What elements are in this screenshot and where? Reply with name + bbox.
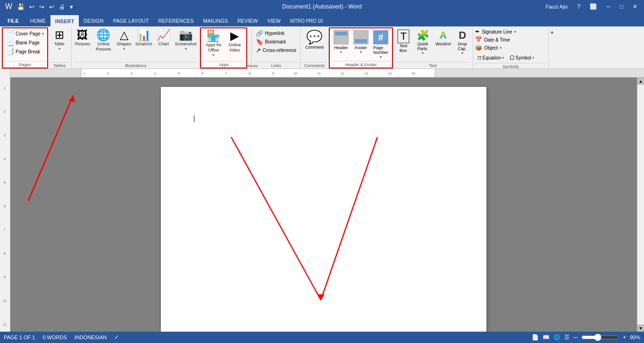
tab-mailings[interactable]: MAILINGS [199,15,233,26]
page-break-icon: 📑 [6,48,14,55]
online-video-btn[interactable]: ▶ Online Video [225,29,244,54]
redo-qat[interactable]: ↪ [38,2,46,11]
shapes-btn[interactable]: △ Shapes ▾ [115,28,133,52]
close-btn[interactable]: ✕ [630,2,640,11]
page-break-label: Page Break [16,49,40,54]
ruler-area: 1 2 3 4 5 6 7 8 9 10 11 12 13 14 15 [0,69,644,77]
svg-text:6: 6 [201,72,203,75]
view-print-icon[interactable]: 📄 [532,334,539,341]
bookmark-btn[interactable]: 🔖 Bookmark [254,38,288,46]
cover-page-arrow: ▾ [42,32,44,36]
tab-page-layout[interactable]: PAGE LAYOUT [108,15,153,26]
ruler-top: 1 2 3 4 5 6 7 8 9 10 11 12 13 14 15 [10,69,644,77]
zoom-out-btn[interactable]: ─ [573,334,577,341]
tab-review[interactable]: REVIEW [233,15,262,26]
hyperlink-btn[interactable]: 🔗 Hyperlink [254,29,286,37]
cover-page-btn[interactable]: 📄 Cover Page ▾ [5,29,45,38]
svg-marker-33 [69,95,76,102]
quick-parts-icon: 🧩 [417,29,429,42]
wordart-label: WordArt [435,42,451,46]
ribbon-group-media: Media [247,27,252,69]
ribbon-group-links: 🔗 Hyperlink 🔖 Bookmark ↗ Cross-reference… [252,27,301,69]
symbol-btn[interactable]: Ω Symbol ▾ [508,53,536,62]
save-qat[interactable]: 💾 [16,2,26,11]
header-icon [334,30,349,44]
apps-group-content: 🏪 Apps for Office ▾ ▶ Online Video [203,28,244,61]
svg-text:9: 9 [4,275,6,279]
tab-nitro[interactable]: NITRO PRO 10 [285,15,327,26]
table-btn[interactable]: ⊞ Table ▾ [50,28,69,52]
cross-reference-label: Cross-reference [262,48,296,53]
language: INDONESIAN [75,334,107,340]
ribbon-toggle[interactable]: ⬜ [587,2,600,11]
svg-rect-1 [10,69,81,77]
chart-btn[interactable]: 📈 Chart [155,28,172,48]
ribbon-collapse[interactable]: ▲ [549,27,555,69]
pages-buttons: 📄 Cover Page ▾ 📃 Blank Page 📑 Page Break [5,29,45,56]
footer-btn[interactable]: Footer ▾ [351,29,370,55]
drop-cap-arrow: ▾ [461,51,463,55]
undo-qat[interactable]: ↩ [28,2,36,11]
tab-insert[interactable]: INSERT [50,15,79,26]
symbols-label: Symbols [475,63,546,69]
view-read-icon[interactable]: 📖 [543,334,550,341]
spellcheck-icon[interactable]: ✓ [114,334,119,341]
hyperlink-label: Hyperlink [265,31,284,36]
zoom-level: 90% [630,334,640,340]
object-arrow: ▾ [500,46,502,50]
print-qat[interactable]: 🖨 [58,2,67,11]
zoom-slider[interactable] [581,334,619,341]
svg-text:6: 6 [4,205,6,208]
signature-arrow: ▾ [514,30,516,34]
undo2-qat[interactable]: ↩ [48,2,56,11]
hyperlink-icon: 🔗 [256,30,263,37]
page-number-btn[interactable]: # Page Number ▾ [371,29,390,60]
textbox-btn[interactable]: T Text Box [395,28,412,54]
quick-parts-btn[interactable]: 🧩 Quick Parts ▾ [413,28,432,56]
blank-page-btn[interactable]: 📃 Blank Page [5,38,45,47]
wordart-btn[interactable]: A WordArt [434,28,452,47]
date-time-label: Date & Time [484,37,510,43]
tab-home[interactable]: HOME [25,15,50,26]
scroll-down[interactable]: ▼ [637,325,644,332]
media-group-content [247,27,251,62]
tab-design[interactable]: DESIGN [79,15,108,26]
help-btn[interactable]: ? [575,2,584,11]
symbol-label: Symbol [515,55,531,60]
tables-label: Tables [50,62,69,69]
qat-more[interactable]: ▾ [68,2,75,11]
comment-btn[interactable]: 💬 Comment [302,28,326,51]
comments-group-content: 💬 Comment [302,27,326,62]
header-btn[interactable]: Header ▾ [332,29,351,55]
screenshot-btn[interactable]: 📷 Screenshot ▾ [174,28,198,52]
minimize-btn[interactable]: ─ [603,2,613,11]
tab-file[interactable]: FILE [2,15,25,26]
tab-view[interactable]: VIEW [263,15,285,26]
online-pictures-icon: 🌐 [96,29,110,41]
footer-arrow: ▾ [360,50,362,54]
cross-reference-btn[interactable]: ↗ Cross-reference [254,46,298,54]
drop-cap-btn[interactable]: D Drop Cap ▾ [454,28,471,56]
view-web-icon[interactable]: 🌐 [553,334,560,341]
smartart-btn[interactable]: 📊 SmartArt [134,28,154,48]
ribbon-group-text: T Text Box 🧩 Quick Parts ▾ A WordArt D D… [393,27,473,69]
shapes-arrow: ▾ [123,47,125,51]
scroll-up[interactable]: ▲ [637,77,644,85]
view-outline-icon[interactable]: ☰ [564,334,569,341]
right-scrollbar[interactable]: ▲ ▼ [637,77,644,332]
equation-btn[interactable]: π Equation ▾ [475,53,506,62]
word-icon: W [4,1,14,12]
svg-text:9: 9 [272,72,274,75]
document-page[interactable] [161,87,486,332]
maximize-btn[interactable]: □ [617,2,626,11]
bookmark-label: Bookmark [265,39,286,44]
apps-office-btn[interactable]: 🏪 Apps for Office ▾ [203,29,224,58]
pictures-btn[interactable]: 🖼 Pictures [74,28,92,48]
page-break-btn[interactable]: 📑 Page Break [5,47,45,56]
tab-references[interactable]: REFERENCES [153,15,198,26]
svg-rect-2 [435,69,644,77]
svg-text:5: 5 [178,72,180,75]
textbox-icon: T [397,29,409,43]
online-pictures-btn[interactable]: 🌐 Online Pictures [93,28,114,53]
zoom-in-btn[interactable]: + [623,334,626,341]
